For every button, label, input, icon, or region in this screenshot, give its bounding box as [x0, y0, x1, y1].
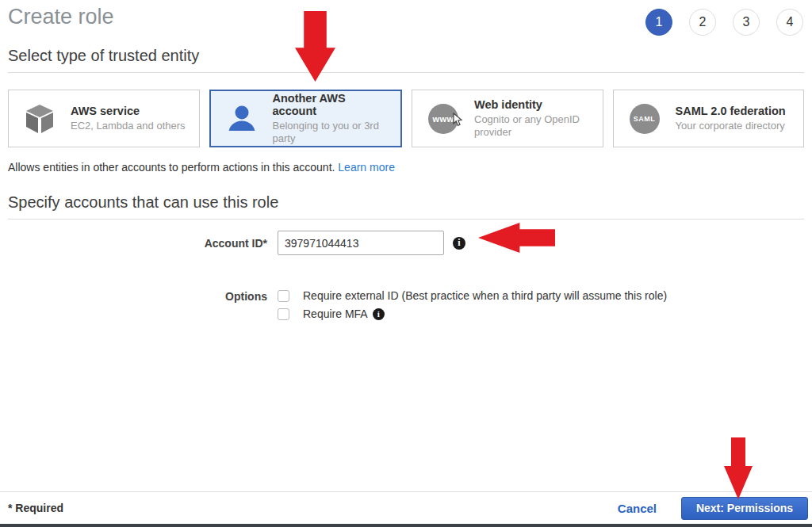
- require-mfa-option: Require MFA i: [278, 307, 667, 320]
- card-subtitle: Belonging to you or 3rd party: [273, 120, 393, 146]
- required-note: * Required: [8, 502, 63, 514]
- options-label: Options: [8, 289, 278, 303]
- options-row: Options Require external ID (Best practi…: [8, 289, 804, 320]
- step-3-indicator: 3: [733, 9, 760, 36]
- account-id-label: Account ID*: [8, 237, 278, 250]
- create-role-page: Create role 1 2 3 4 Select type of trust…: [0, 0, 812, 527]
- step-2-indicator: 2: [689, 9, 716, 36]
- annotation-arrow-next-button: [724, 437, 753, 499]
- info-icon[interactable]: i: [453, 237, 465, 250]
- card-saml-federation[interactable]: SAML SAML 2.0 federation Your corporate …: [613, 90, 805, 147]
- card-title: Another AWS account: [273, 92, 393, 117]
- divider: [8, 72, 804, 73]
- divider: [8, 219, 804, 220]
- card-subtitle: Cognito or any OpenID provider: [474, 113, 595, 139]
- saml-icon: SAML: [630, 104, 660, 134]
- card-title: AWS service: [71, 105, 186, 117]
- trusted-entity-description: Allows entities in other accounts to per…: [8, 161, 804, 174]
- require-mfa-label: Require MFA: [303, 307, 368, 320]
- trusted-entity-heading: Select type of trusted entity: [8, 47, 804, 65]
- card-subtitle: EC2, Lambda and others: [71, 120, 186, 132]
- description-text: Allows entities in other accounts to per…: [8, 161, 338, 174]
- require-external-id-checkbox[interactable]: [278, 290, 289, 302]
- card-subtitle: Your corporate directory: [676, 120, 786, 132]
- card-title: Web identity: [474, 98, 595, 111]
- cancel-button[interactable]: Cancel: [618, 502, 657, 515]
- card-web-identity[interactable]: www Web identity Cognito or any OpenID p…: [412, 90, 603, 147]
- wizard-step-indicator: 1 2 3 4: [645, 9, 803, 36]
- user-icon: [211, 102, 273, 136]
- card-aws-service[interactable]: AWS service EC2, Lambda and others: [8, 90, 200, 147]
- aws-cube-icon: [9, 102, 71, 136]
- account-id-input[interactable]: [278, 231, 444, 255]
- learn-more-link[interactable]: Learn more: [338, 161, 395, 174]
- card-another-aws-account[interactable]: Another AWS account Belonging to you or …: [209, 90, 403, 147]
- trusted-entity-cards: AWS service EC2, Lambda and others Anoth…: [8, 90, 804, 147]
- accounts-section-heading: Specify accounts that can use this role: [8, 193, 804, 212]
- card-title: SAML 2.0 federation: [676, 105, 786, 117]
- step-4-indicator: 4: [776, 9, 803, 36]
- account-id-row: Account ID* i: [8, 231, 804, 255]
- require-mfa-checkbox[interactable]: [278, 308, 289, 320]
- info-icon[interactable]: i: [373, 308, 385, 320]
- window-bottom-edge: [0, 524, 812, 527]
- require-external-id-label: Require external ID (Best practice when …: [303, 289, 667, 302]
- mouse-cursor-icon: [453, 113, 463, 127]
- footer: * Required Cancel Next: Permissions: [0, 492, 812, 524]
- next-permissions-button[interactable]: Next: Permissions: [681, 497, 808, 520]
- step-1-indicator: 1: [645, 9, 672, 36]
- require-external-id-option: Require external ID (Best practice when …: [278, 289, 667, 302]
